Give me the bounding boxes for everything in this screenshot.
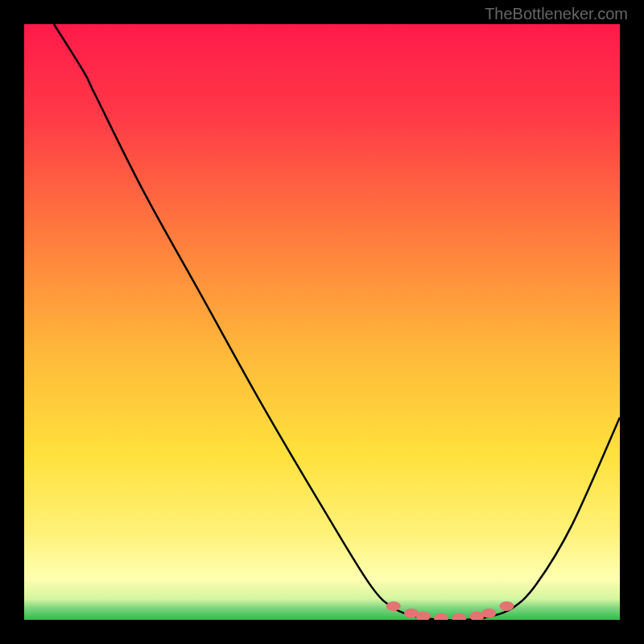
watermark-text: TheBottleneker.com <box>485 5 628 23</box>
optimal-range-marker <box>499 601 514 611</box>
optimal-range-marker <box>481 609 496 618</box>
optimal-range-marker <box>434 613 448 620</box>
optimal-range-marker <box>386 601 401 611</box>
chart-container <box>24 24 620 620</box>
optimal-range-marker <box>452 613 466 620</box>
bottleneck-curve <box>24 24 620 620</box>
